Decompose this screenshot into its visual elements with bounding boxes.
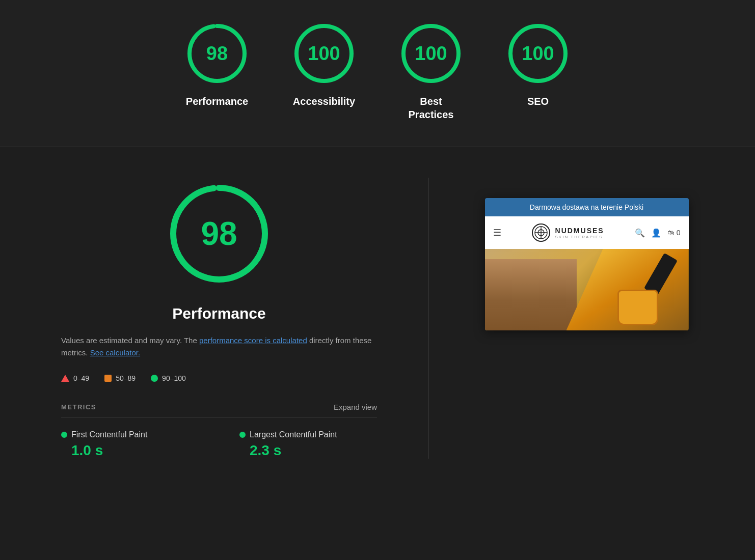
score-circle-best-practices: 100 bbox=[398, 20, 464, 87]
legend-range-high: 90–100 bbox=[162, 374, 186, 382]
right-panel: Darmowa dostawa na terenie Polski ☰ NUDM… bbox=[479, 178, 694, 330]
legend-item-medium: 50–89 bbox=[104, 374, 136, 382]
metric-value-lcp: 2.3 s bbox=[239, 442, 377, 459]
brand-sub: SKIN THERAPIES bbox=[555, 235, 604, 239]
metric-lcp-header: Largest Contentful Paint bbox=[239, 430, 377, 439]
metric-item-lcp: Largest Contentful Paint 2.3 s bbox=[239, 430, 377, 459]
metrics-title: METRICS bbox=[61, 403, 96, 411]
jar bbox=[617, 290, 658, 325]
screenshot-nav-icons: 🔍 👤 🛍 0 bbox=[635, 228, 681, 238]
screenshot-brand: NUDMUSES SKIN THERAPIES bbox=[555, 227, 604, 239]
hamburger-icon: ☰ bbox=[493, 227, 501, 238]
score-circle-performance: 98 bbox=[184, 20, 250, 87]
metrics-header: METRICS Expand view bbox=[61, 403, 377, 418]
legend-range-medium: 50–89 bbox=[116, 374, 136, 382]
legend-range-low: 0–49 bbox=[73, 374, 89, 382]
score-label-seo: SEO bbox=[527, 95, 549, 108]
legend-item-low: 0–49 bbox=[61, 374, 89, 382]
performance-title: Performance bbox=[61, 305, 377, 322]
site-screenshot: Darmowa dostawa na terenie Polski ☰ NUDM… bbox=[485, 198, 689, 330]
main-section: 98 Performance Values are estimated and … bbox=[0, 147, 755, 489]
metric-name-fcp: First Contentful Paint bbox=[71, 430, 147, 439]
metric-fcp-header: First Contentful Paint bbox=[61, 430, 199, 439]
metric-item-fcp: First Contentful Paint 1.0 s bbox=[61, 430, 199, 459]
score-value-best-practices: 100 bbox=[415, 43, 447, 65]
search-icon: 🔍 bbox=[635, 228, 645, 238]
score-label-best-practices: BestPractices bbox=[409, 95, 454, 121]
score-label-performance: Performance bbox=[186, 95, 248, 108]
left-panel: 98 Performance Values are estimated and … bbox=[61, 178, 377, 459]
large-score-value: 98 bbox=[201, 215, 237, 253]
score-circle-accessibility: 100 bbox=[291, 20, 357, 87]
screenshot-logo-area: NUDMUSES SKIN THERAPIES bbox=[532, 223, 604, 242]
legend-item-high: 90–100 bbox=[151, 374, 186, 382]
score-value-performance: 98 bbox=[206, 43, 228, 65]
screenshot-header: ☰ NUDMUSES SKIN THERAPIES bbox=[485, 216, 689, 249]
vertical-divider bbox=[428, 178, 428, 459]
metric-dot-fcp bbox=[61, 432, 67, 438]
metric-value-fcp: 1.0 s bbox=[61, 442, 199, 459]
user-icon: 👤 bbox=[651, 228, 661, 238]
cart-icon: 🛍 0 bbox=[667, 229, 681, 237]
scores-section: 98 Performance 100 Accessibility 100 Bes… bbox=[0, 0, 755, 147]
wood-background bbox=[485, 259, 577, 330]
calculator-link[interactable]: See calculator. bbox=[90, 348, 140, 357]
large-gauge: 98 bbox=[163, 178, 275, 290]
desc-plain: Values are estimated and may vary. The bbox=[61, 336, 199, 345]
triangle-icon bbox=[61, 375, 69, 382]
score-value-seo: 100 bbox=[522, 43, 554, 65]
screenshot-banner: Darmowa dostawa na terenie Polski bbox=[485, 198, 689, 216]
score-circle-seo: 100 bbox=[505, 20, 571, 87]
metric-dot-lcp bbox=[239, 432, 246, 438]
square-icon bbox=[104, 375, 112, 382]
circle-icon bbox=[151, 375, 158, 382]
metrics-section: METRICS Expand view First Contentful Pai… bbox=[61, 403, 377, 459]
score-label-accessibility: Accessibility bbox=[293, 95, 355, 108]
screenshot-product-image bbox=[485, 249, 689, 330]
score-item-accessibility: 100 Accessibility bbox=[291, 20, 357, 121]
score-item-performance: 98 Performance bbox=[184, 20, 250, 121]
performance-description: Values are estimated and may vary. The p… bbox=[61, 334, 377, 359]
metrics-grid: First Contentful Paint 1.0 s Largest Con… bbox=[61, 430, 377, 459]
score-legend: 0–49 50–89 90–100 bbox=[61, 374, 377, 382]
score-value-accessibility: 100 bbox=[308, 43, 340, 65]
screenshot-logo-circle bbox=[532, 223, 550, 242]
logo-svg bbox=[534, 226, 548, 240]
score-item-best-practices: 100 BestPractices bbox=[398, 20, 464, 121]
perf-score-link[interactable]: performance score is calculated bbox=[199, 336, 307, 345]
brand-name: NUDMUSES bbox=[555, 227, 604, 235]
score-item-seo: 100 SEO bbox=[505, 20, 571, 121]
expand-view-button[interactable]: Expand view bbox=[334, 403, 377, 411]
metric-name-lcp: Largest Contentful Paint bbox=[250, 430, 337, 439]
